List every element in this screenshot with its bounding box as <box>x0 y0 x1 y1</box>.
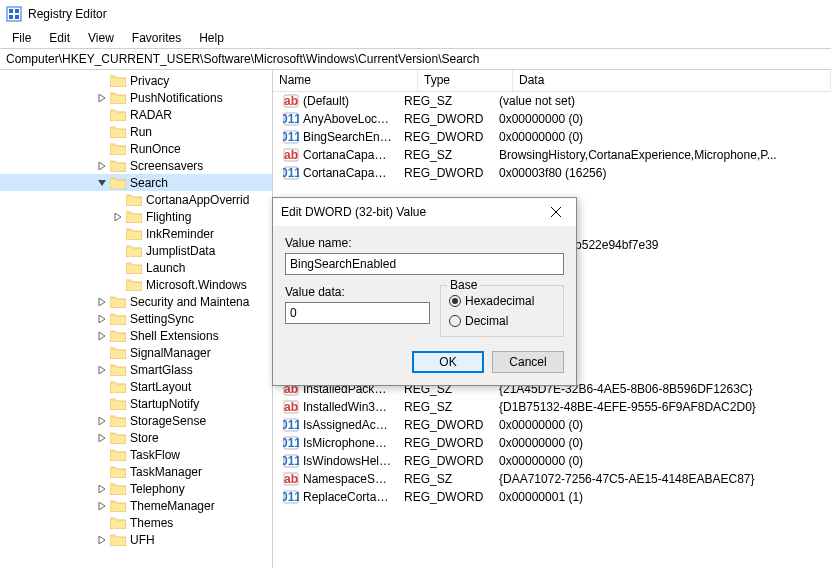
tree-item[interactable]: Shell Extensions <box>0 327 272 344</box>
tree-item[interactable]: Search <box>0 174 272 191</box>
dialog-titlebar[interactable]: Edit DWORD (32-bit) Value <box>273 198 576 226</box>
tree-item[interactable]: TaskManager <box>0 463 272 480</box>
chevron-right-icon[interactable] <box>96 534 108 546</box>
tree-item[interactable]: StartupNotify <box>0 395 272 412</box>
radio-decimal[interactable]: Decimal <box>449 314 555 328</box>
value-data: 0x00000000 (0) <box>493 418 831 432</box>
chevron-right-icon[interactable] <box>96 415 108 427</box>
folder-icon <box>110 125 126 138</box>
chevron-right-icon[interactable] <box>96 364 108 376</box>
value-name: IsMicrophoneAv... <box>303 436 392 450</box>
tree-item[interactable]: UFH <box>0 531 272 548</box>
svg-rect-3 <box>9 15 13 19</box>
close-icon[interactable] <box>544 202 568 222</box>
binary-value-icon: 011 <box>283 453 299 469</box>
value-type: REG_DWORD <box>398 490 493 504</box>
value-name: IsWindowsHello... <box>303 454 392 468</box>
tree-item[interactable]: Themes <box>0 514 272 531</box>
svg-text:011: 011 <box>283 454 299 468</box>
tree-item[interactable]: SettingSync <box>0 310 272 327</box>
folder-icon <box>126 244 142 257</box>
menu-edit[interactable]: Edit <box>41 29 78 47</box>
chevron-down-icon[interactable] <box>96 177 108 189</box>
list-row[interactable]: 011IsWindowsHello...REG_DWORD0x00000000 … <box>273 452 831 470</box>
chevron-right-icon[interactable] <box>96 432 108 444</box>
tree-item-label: PushNotifications <box>130 91 223 105</box>
string-value-icon: ab <box>283 93 299 109</box>
chevron-right-icon[interactable] <box>96 330 108 342</box>
value-name: IsAssignedAccess <box>303 418 392 432</box>
tree-item-label: InkReminder <box>146 227 214 241</box>
list-row[interactable]: abInstalledWin32A...REG_SZ{D1B75132-48BE… <box>273 398 831 416</box>
list-row[interactable]: 011ReplaceCortana...REG_DWORD0x00000001 … <box>273 488 831 506</box>
tree-item[interactable]: RunOnce <box>0 140 272 157</box>
cancel-button[interactable]: Cancel <box>492 351 564 373</box>
tree-item-label: StorageSense <box>130 414 206 428</box>
menu-help[interactable]: Help <box>191 29 232 47</box>
tree-item[interactable]: TaskFlow <box>0 446 272 463</box>
tree-item[interactable]: Store <box>0 429 272 446</box>
value-data: 0x00000000 (0) <box>493 112 831 126</box>
ok-button[interactable]: OK <box>412 351 484 373</box>
binary-value-icon: 011 <box>283 129 299 145</box>
menu-favorites[interactable]: Favorites <box>124 29 189 47</box>
tree-item-label: Microsoft.Windows <box>146 278 247 292</box>
col-header-name[interactable]: Name <box>273 70 418 91</box>
valuename-field[interactable] <box>285 253 564 275</box>
chevron-right-icon[interactable] <box>96 160 108 172</box>
tree-item[interactable]: Flighting <box>0 208 272 225</box>
base-legend: Base <box>447 278 480 292</box>
tree-item[interactable]: RADAR <box>0 106 272 123</box>
chevron-right-icon[interactable] <box>96 92 108 104</box>
tree-item[interactable]: Security and Maintena <box>0 293 272 310</box>
chevron-right-icon[interactable] <box>96 313 108 325</box>
tree-item[interactable]: PushNotifications <box>0 89 272 106</box>
tree-item[interactable]: Telephony <box>0 480 272 497</box>
radio-hexadecimal[interactable]: Hexadecimal <box>449 294 555 308</box>
tree-item[interactable]: JumplistData <box>0 242 272 259</box>
chevron-right-icon[interactable] <box>96 296 108 308</box>
address-bar[interactable]: Computer\HKEY_CURRENT_USER\Software\Micr… <box>0 48 831 70</box>
menu-file[interactable]: File <box>4 29 39 47</box>
list-row[interactable]: 011CortanaCapabili...REG_DWORD0x00003f80… <box>273 164 831 182</box>
list-row[interactable]: 011IsAssignedAccessREG_DWORD0x00000000 (… <box>273 416 831 434</box>
chevron-right-icon[interactable] <box>96 483 108 495</box>
string-value-icon: ab <box>283 147 299 163</box>
tree-item[interactable]: SmartGlass <box>0 361 272 378</box>
col-header-type[interactable]: Type <box>418 70 513 91</box>
radio-icon <box>449 295 461 307</box>
tree-item[interactable]: StartLayout <box>0 378 272 395</box>
svg-text:011: 011 <box>283 436 299 450</box>
list-row[interactable]: 011BingSearchEnab...REG_DWORD0x00000000 … <box>273 128 831 146</box>
tree-item[interactable]: Screensavers <box>0 157 272 174</box>
chevron-right-icon[interactable] <box>112 211 124 223</box>
svg-text:011: 011 <box>283 130 299 144</box>
tree-item[interactable]: ThemeManager <box>0 497 272 514</box>
folder-icon <box>110 465 126 478</box>
folder-icon <box>110 482 126 495</box>
tree-item[interactable]: StorageSense <box>0 412 272 429</box>
list-row[interactable]: 011AnyAboveLock...REG_DWORD0x00000000 (0… <box>273 110 831 128</box>
list-row[interactable]: abCortanaCapabili...REG_SZBrowsingHistor… <box>273 146 831 164</box>
col-header-data[interactable]: Data <box>513 70 831 91</box>
tree-item[interactable]: Privacy <box>0 72 272 89</box>
valuedata-field[interactable] <box>285 302 430 324</box>
tree-item[interactable]: Launch <box>0 259 272 276</box>
list-row[interactable]: ab(Default)REG_SZ(value not set) <box>273 92 831 110</box>
tree-pane[interactable]: PrivacyPushNotificationsRADARRunRunOnceS… <box>0 70 273 568</box>
value-name: CortanaCapabili... <box>303 148 392 162</box>
tree-item[interactable]: Run <box>0 123 272 140</box>
tree-item[interactable]: Microsoft.Windows <box>0 276 272 293</box>
radio-icon <box>449 315 461 327</box>
menu-view[interactable]: View <box>80 29 122 47</box>
tree-item[interactable]: InkReminder <box>0 225 272 242</box>
chevron-right-icon[interactable] <box>96 500 108 512</box>
list-row[interactable]: abNamespaceSetti...REG_SZ{DAA71072-7256-… <box>273 470 831 488</box>
edit-dword-dialog: Edit DWORD (32-bit) Value Value name: Va… <box>272 197 577 386</box>
tree-item[interactable]: CortanaAppOverrid <box>0 191 272 208</box>
tree-item[interactable]: SignalManager <box>0 344 272 361</box>
regedit-icon <box>6 6 22 22</box>
value-type: REG_DWORD <box>398 418 493 432</box>
binary-value-icon: 011 <box>283 111 299 127</box>
list-row[interactable]: 011IsMicrophoneAv...REG_DWORD0x00000000 … <box>273 434 831 452</box>
